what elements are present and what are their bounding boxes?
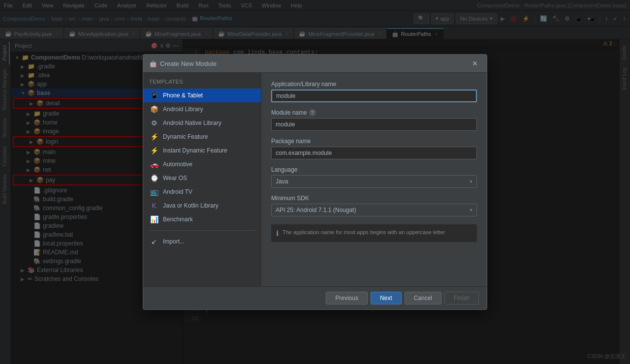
finish-button[interactable]: Finish: [444, 292, 479, 304]
next-button[interactable]: Next: [371, 292, 402, 304]
modal-body: Templates 📱 Phone & Tablet 📦 Android Lib…: [143, 73, 487, 286]
template-benchmark[interactable]: 📊 Benchmark: [143, 212, 261, 226]
modal-title-icon: 🤖: [149, 60, 157, 67]
info-text: The application name for most apps begin…: [283, 229, 445, 235]
min-sdk-select[interactable]: API 25: Android 7.1.1 (Nougat) API 26: A…: [271, 204, 477, 216]
template-automotive[interactable]: 🚗 Automotive: [143, 157, 261, 171]
automotive-icon: 🚗: [149, 160, 159, 168]
module-name-label: Module name ?: [271, 109, 477, 116]
kotlin-icon: K: [149, 202, 159, 210]
info-box: ℹ The application name for most apps beg…: [271, 224, 477, 242]
template-label: Android Library: [163, 106, 203, 113]
template-instant-dynamic[interactable]: ⚡ Instant Dynamic Feature: [143, 144, 261, 157]
modal-footer: Previous Next Cancel Finish: [143, 286, 487, 309]
android-library-icon: 📦: [149, 105, 159, 113]
min-sdk-label: Minimum SDK: [271, 195, 477, 202]
min-sdk-select-wrapper: API 25: Android 7.1.1 (Nougat) API 26: A…: [271, 204, 477, 216]
package-name-input[interactable]: [271, 147, 477, 159]
template-label: Android TV: [163, 188, 192, 195]
import-icon: ↙: [149, 238, 159, 245]
template-import[interactable]: ↙ Import...: [143, 235, 261, 248]
template-label: Phone & Tablet: [163, 92, 203, 99]
template-label: Dynamic Feature: [163, 133, 208, 140]
template-java-kotlin-lib[interactable]: K Java or Kotlin Library: [143, 199, 261, 212]
modal-title-text: Create New Module: [160, 60, 217, 67]
previous-button[interactable]: Previous: [326, 292, 368, 304]
language-label: Language: [271, 166, 477, 173]
module-name-row: Module name ?: [271, 109, 477, 131]
template-dynamic-feature[interactable]: ⚡ Dynamic Feature: [143, 130, 261, 144]
templates-label: Templates: [143, 77, 261, 89]
package-name-row: Package name: [271, 138, 477, 159]
native-library-icon: ⚙: [149, 119, 159, 127]
template-android-native[interactable]: ⚙ Android Native Library: [143, 116, 261, 130]
android-tv-icon: 📺: [149, 188, 159, 196]
template-label: Import...: [163, 238, 185, 245]
min-sdk-row: Minimum SDK API 25: Android 7.1.1 (Nouga…: [271, 195, 477, 216]
create-module-modal: 🤖 Create New Module ✕ Templates 📱 Phone …: [143, 54, 487, 310]
template-label: Instant Dynamic Feature: [163, 147, 227, 154]
modal-form-panel: Application/Library name Module name ? P…: [261, 73, 487, 286]
cancel-button[interactable]: Cancel: [405, 292, 441, 304]
template-label: Java or Kotlin Library: [163, 202, 219, 209]
template-label: Automotive: [163, 161, 192, 168]
package-name-label: Package name: [271, 138, 477, 145]
language-select[interactable]: Java Kotlin: [271, 175, 477, 188]
language-select-wrapper: Java Kotlin: [271, 175, 477, 188]
modal-header: 🤖 Create New Module ✕: [143, 55, 487, 73]
template-wear-os[interactable]: ⌚ Wear OS: [143, 171, 261, 185]
modal-overlay: 🤖 Create New Module ✕ Templates 📱 Phone …: [0, 0, 630, 364]
instant-dynamic-icon: ⚡: [149, 147, 159, 154]
app-name-label: Application/Library name: [271, 81, 477, 88]
language-row: Language Java Kotlin: [271, 166, 477, 188]
template-android-tv[interactable]: 📺 Android TV: [143, 185, 261, 199]
info-icon: ℹ: [276, 229, 279, 237]
template-android-library[interactable]: 📦 Android Library: [143, 102, 261, 116]
module-name-input[interactable]: [271, 118, 477, 131]
template-phone-tablet[interactable]: 📱 Phone & Tablet: [143, 89, 261, 102]
phone-tablet-icon: 📱: [149, 91, 159, 99]
dynamic-feature-icon: ⚡: [149, 133, 159, 141]
app-name-input[interactable]: [271, 90, 477, 102]
template-label: Android Native Library: [163, 120, 221, 126]
template-label: Wear OS: [163, 175, 187, 182]
benchmark-icon: 📊: [149, 215, 159, 223]
modal-close-button[interactable]: ✕: [469, 59, 481, 68]
modal-title: 🤖 Create New Module: [149, 60, 469, 67]
module-name-help-icon[interactable]: ?: [309, 109, 316, 116]
modal-template-panel: Templates 📱 Phone & Tablet 📦 Android Lib…: [143, 73, 261, 286]
template-label: Benchmark: [163, 216, 193, 223]
wear-os-icon: ⌚: [149, 174, 159, 182]
app-name-row: Application/Library name: [271, 81, 477, 102]
